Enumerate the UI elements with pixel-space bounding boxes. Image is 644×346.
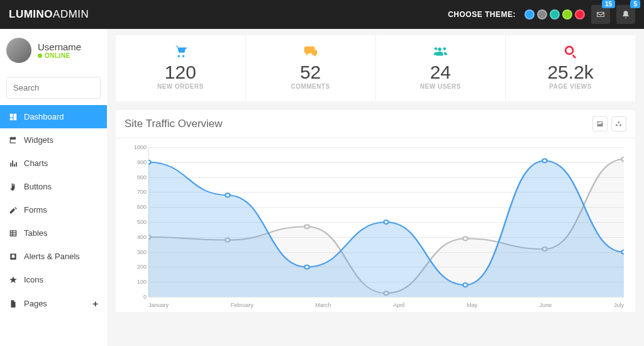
sidebar-item-label: Tables [24, 228, 48, 238]
notifications-button[interactable]: 5 [616, 5, 635, 24]
y-axis-tick: 600 [129, 204, 147, 210]
theme-label: CHOOSE THEME: [448, 10, 516, 19]
profile-name: Username [38, 42, 81, 52]
data-point[interactable] [148, 160, 151, 164]
sidebar-item-forms[interactable]: Forms [0, 198, 107, 221]
navbar-right: CHOOSE THEME: 15 5 [448, 5, 635, 24]
stat-value: 25.2k [506, 62, 635, 83]
y-axis-tick: 0 [129, 294, 147, 300]
top-navbar: LUMINOADMIN CHOOSE THEME: 15 5 [0, 0, 644, 29]
panel-image-button[interactable] [592, 116, 608, 131]
envelope-icon [596, 10, 605, 19]
stat-label: NEW ORDERS [116, 83, 245, 90]
profile-block: Username ONLINE [0, 29, 107, 72]
stat-value: 52 [246, 62, 375, 83]
y-axis-tick: 100 [129, 279, 147, 285]
sidebar-item-label: Forms [24, 205, 47, 215]
data-point[interactable] [621, 250, 624, 254]
messages-badge: 15 [602, 0, 615, 8]
image-icon [596, 120, 604, 128]
stat-value: 120 [116, 62, 245, 83]
data-point[interactable] [225, 193, 230, 197]
status-dot-icon [38, 53, 42, 58]
y-axis-tick: 500 [129, 219, 147, 225]
data-point[interactable] [384, 220, 389, 224]
panel-settings-button[interactable] [611, 116, 626, 131]
sidebar-item-buttons[interactable]: Buttons [0, 175, 107, 198]
sidebar-item-charts[interactable]: Charts [0, 152, 107, 175]
x-axis-tick: July [614, 302, 624, 308]
profile-status: ONLINE [38, 52, 81, 59]
stats-row: 120 NEW ORDERS 52 COMMENTS 24 NEW USERS … [116, 35, 635, 101]
users-icon [376, 44, 506, 59]
sidebar-item-label: Dashboard [24, 112, 64, 121]
stat-label: COMMENTS [246, 83, 375, 90]
search-icon [506, 44, 635, 59]
stat-card-comments[interactable]: 52 COMMENTS [246, 35, 376, 101]
y-axis-tick: 1000 [129, 144, 147, 150]
bell-icon [621, 10, 630, 19]
sidebar-item-alerts-panels[interactable]: Alerts & Panels [0, 245, 107, 268]
cart-icon [116, 44, 245, 59]
sidebar-item-label: Pages [24, 299, 47, 308]
data-point[interactable] [463, 237, 468, 240]
nav-menu: DashboardWidgetsChartsButtonsFormsTables… [0, 105, 107, 346]
cogs-icon [615, 120, 623, 128]
theme-dot-3[interactable] [562, 9, 572, 20]
theme-dot-0[interactable] [525, 9, 535, 20]
main-content: 120 NEW ORDERS 52 COMMENTS 24 NEW USERS … [107, 29, 644, 346]
expand-icon: + [92, 298, 98, 309]
y-axis-tick: 200 [129, 264, 147, 270]
theme-switcher [525, 9, 585, 20]
x-axis-tick: February [231, 302, 253, 308]
sidebar-item-label: Icons [24, 275, 43, 284]
stat-card-new-users[interactable]: 24 NEW USERS [376, 35, 506, 101]
search-input[interactable] [6, 77, 101, 99]
traffic-chart: 01002003004005006007008009001000 January… [125, 145, 626, 308]
data-point[interactable] [621, 157, 624, 161]
messages-button[interactable]: 15 [591, 5, 610, 24]
data-point[interactable] [304, 265, 309, 269]
table-icon [9, 229, 18, 238]
sidebar-item-icons[interactable]: Icons [0, 268, 107, 291]
sidebar-item-widgets[interactable]: Widgets [0, 128, 107, 152]
panel-body: 01002003004005006007008009001000 January… [116, 138, 635, 312]
stat-label: PAGE VIEWS [506, 83, 635, 90]
theme-dot-2[interactable] [550, 9, 560, 20]
edit-icon [9, 206, 18, 215]
stat-label: NEW USERS [376, 83, 506, 90]
sidebar-item-tables[interactable]: Tables [0, 221, 107, 245]
y-axis-tick: 800 [129, 174, 147, 181]
stat-card-page-views[interactable]: 25.2k PAGE VIEWS [506, 35, 635, 101]
chart-canvas [148, 147, 624, 297]
data-point[interactable] [542, 159, 547, 162]
data-point[interactable] [463, 283, 468, 287]
chart-icon [9, 159, 18, 168]
bell-square-icon [9, 252, 18, 261]
x-axis-tick: March [315, 302, 331, 308]
sidebar-item-label: Widgets [24, 135, 53, 145]
theme-dot-1[interactable] [537, 9, 547, 20]
stat-card-new-orders[interactable]: 120 NEW ORDERS [116, 35, 246, 101]
avatar[interactable] [6, 38, 31, 63]
x-axis-tick: May [467, 302, 477, 308]
file-icon [9, 299, 18, 308]
y-axis-tick: 300 [129, 249, 147, 255]
panel-actions [592, 116, 626, 131]
stat-value: 24 [376, 62, 506, 83]
y-axis-tick: 400 [129, 234, 147, 240]
sidebar-item-pages[interactable]: Pages+ [0, 291, 107, 316]
sidebar-item-label: Charts [24, 159, 48, 168]
hand-icon [9, 182, 18, 191]
data-point[interactable] [304, 225, 309, 228]
notifications-badge: 5 [630, 0, 640, 8]
x-axis-tick: January [148, 302, 169, 308]
sidebar: Username ONLINE DashboardWidgetsChartsBu… [0, 29, 107, 346]
sidebar-item-dashboard[interactable]: Dashboard [0, 105, 107, 128]
sidebar-item-label: Buttons [24, 182, 52, 191]
theme-dot-4[interactable] [575, 9, 585, 20]
y-axis-tick: 900 [129, 159, 147, 165]
x-axis-tick: June [540, 302, 552, 308]
dashboard-icon [9, 113, 18, 121]
brand-logo[interactable]: LUMINOADMIN [9, 8, 89, 21]
